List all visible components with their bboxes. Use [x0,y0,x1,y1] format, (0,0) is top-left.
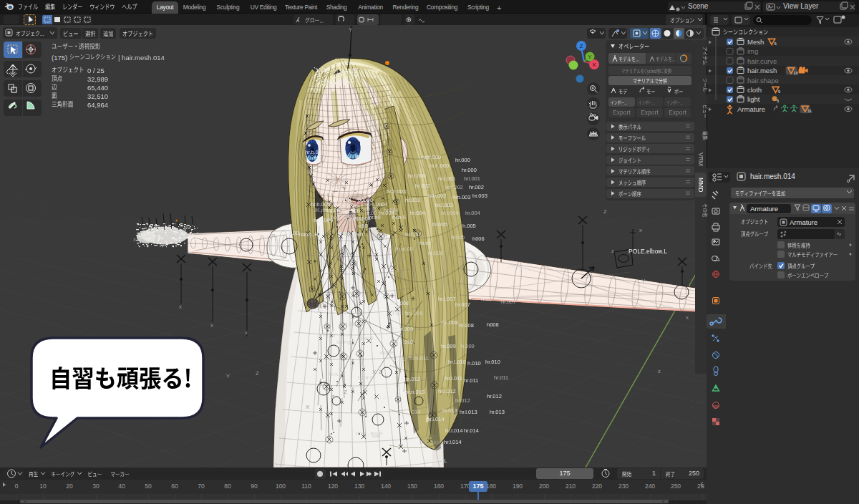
svg-text:6: 6 [775,42,777,46]
svg-text:X: X [592,62,596,68]
svg-text:9: 9 [778,89,781,94]
svg-text:5: 5 [777,99,780,103]
svg-text:10: 10 [794,71,799,75]
svg-text:Z: Z [580,43,583,49]
svg-text:11: 11 [807,109,812,113]
svg-text:Y: Y [588,54,592,60]
